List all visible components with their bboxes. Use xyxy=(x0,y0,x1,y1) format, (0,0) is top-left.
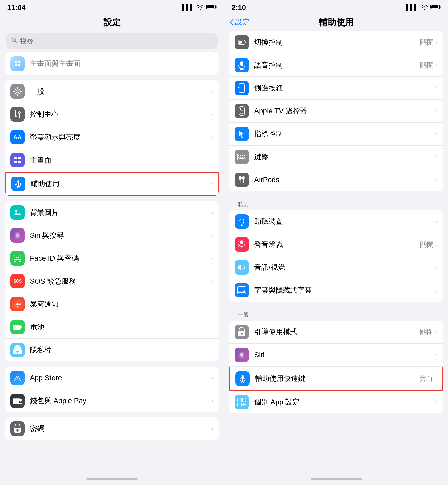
wallpaper-chevron: › xyxy=(211,209,213,216)
svg-rect-59 xyxy=(431,5,438,8)
item-sos[interactable]: SOS SOS 緊急服務 › xyxy=(5,270,219,293)
per-app-icon xyxy=(235,395,249,409)
item-sound-recognition[interactable]: 聲音辨識 關閉 › xyxy=(229,233,443,256)
hearing-device-icon xyxy=(235,214,249,229)
item-guided-access[interactable]: 引導使用模式 關閉 › xyxy=(229,321,443,344)
sound-recognition-chevron: › xyxy=(436,241,438,248)
display-chevron: › xyxy=(211,134,213,141)
password-chevron: › xyxy=(211,425,213,432)
item-control[interactable]: 控制中心 › xyxy=(5,103,219,126)
section-general-header: 一般 xyxy=(229,307,443,321)
settings-group-4: 密碼 › xyxy=(5,417,219,440)
item-audio-visual[interactable]: 音訊/視覺 › xyxy=(229,256,443,279)
pointer-chevron: › xyxy=(436,130,438,138)
scroll-top-item[interactable]: 主畫面與主畫面 › xyxy=(5,52,219,75)
item-airpods[interactable]: AirPods › xyxy=(229,168,443,191)
item-yiban[interactable]: 一般 › xyxy=(5,80,219,103)
item-faceid[interactable]: Face ID 與密碼 › xyxy=(5,247,219,270)
right-signal-icon: ▌▌▌ xyxy=(406,4,418,11)
appstore-chevron: › xyxy=(211,374,213,381)
svg-rect-40 xyxy=(19,260,21,262)
svg-rect-6 xyxy=(18,61,20,63)
svg-rect-8 xyxy=(18,64,20,66)
sound-recognition-icon xyxy=(235,237,249,252)
svg-line-112 xyxy=(243,381,244,383)
password-label: 密碼 xyxy=(30,424,211,433)
appstore-icon xyxy=(10,371,25,385)
item-exposure[interactable]: 暴露通知 › xyxy=(5,293,219,316)
svg-rect-62 xyxy=(240,61,243,66)
item-accessibility-shortcut[interactable]: 輔助使用快速鍵 旁白 › xyxy=(229,367,443,391)
svg-point-49 xyxy=(16,351,19,353)
voice-control-value: 關閉 xyxy=(420,61,434,70)
homescreen-label: 主畫面 xyxy=(30,155,211,165)
right-status-time: 2:10 xyxy=(231,4,246,12)
voice-control-icon xyxy=(235,58,249,72)
svg-rect-79 xyxy=(240,157,241,158)
audio-visual-chevron: › xyxy=(436,264,438,271)
appletv-label: Apple TV 遙控器 xyxy=(254,106,436,116)
item-hearing-device[interactable]: 助聽裝置 › xyxy=(229,210,443,233)
hearing-device-chevron: › xyxy=(436,218,438,225)
item-wallpaper[interactable]: 背景圖片 › xyxy=(5,201,219,224)
per-app-chevron: › xyxy=(436,398,438,406)
svg-rect-46 xyxy=(21,326,22,328)
sos-icon: SOS xyxy=(10,274,25,288)
item-side-button[interactable]: 側邊按鈕 › xyxy=(229,77,443,100)
svg-rect-87 xyxy=(240,240,243,244)
item-accessibility[interactable]: 輔助使用 › xyxy=(5,172,219,196)
subtitles-chevron: › xyxy=(436,287,438,294)
keyboard-icon xyxy=(235,150,249,164)
keyboard-label: 鍵盤 xyxy=(254,152,436,162)
accessibility-chevron: › xyxy=(211,180,213,188)
item-privacy[interactable]: 隱私權 › xyxy=(5,339,219,361)
svg-line-95 xyxy=(244,246,245,246)
sound-recognition-label: 聲音辨識 xyxy=(254,240,420,249)
item-appstore[interactable]: App Store › xyxy=(5,367,219,389)
audio-visual-label: 音訊/視覺 xyxy=(254,262,436,272)
item-siri-right[interactable]: Siri › xyxy=(229,344,443,367)
section-hearing-header: 聽力 xyxy=(229,196,443,210)
homescreen-chevron: › xyxy=(211,157,213,164)
left-settings-scroll[interactable]: 主畫面與主畫面 › 一般 › 控制中心 › xyxy=(0,52,224,475)
svg-rect-5 xyxy=(15,61,17,63)
item-homescreen[interactable]: 主畫面 › xyxy=(5,149,219,172)
pointer-icon xyxy=(235,127,249,141)
left-status-icons: ▌▌▌ xyxy=(182,4,217,11)
accessibility-shortcut-label: 輔助使用快速鍵 xyxy=(255,374,419,384)
search-input[interactable] xyxy=(20,37,212,45)
item-wallet[interactable]: 錢包與 Apple Pay › xyxy=(5,389,219,412)
back-button[interactable]: 設定 xyxy=(229,17,249,27)
item-appletv[interactable]: Apple TV 遙控器 › xyxy=(229,100,443,123)
svg-rect-82 xyxy=(239,158,245,159)
search-bar[interactable] xyxy=(6,33,218,49)
siri-right-icon xyxy=(235,348,249,362)
item-pointer[interactable]: 指標控制 › xyxy=(229,123,443,146)
svg-point-33 xyxy=(15,210,17,212)
item-per-app[interactable]: 個別 App 設定 › xyxy=(229,391,443,413)
item-password[interactable]: 密碼 › xyxy=(5,417,219,440)
item-keyboard[interactable]: 鍵盤 › xyxy=(229,146,443,168)
voice-control-chevron: › xyxy=(436,62,438,69)
back-label: 設定 xyxy=(235,17,249,27)
scroll-top-chevron: › xyxy=(211,60,213,67)
subtitles-label: 字幕與隱藏式字幕 xyxy=(254,285,436,295)
item-siri[interactable]: Siri 與搜尋 › xyxy=(5,224,219,247)
shortcut-wrap: 輔助使用快速鍵 旁白 › 2 xyxy=(229,367,443,391)
svg-point-9 xyxy=(16,90,19,93)
wallpaper-label: 背景圖片 xyxy=(30,208,211,217)
right-settings-scroll[interactable]: 切換控制 關閉 › 語音控制 關閉 › 側邊按鈕 › xyxy=(224,31,448,475)
svg-point-42 xyxy=(16,303,19,305)
faceid-chevron: › xyxy=(211,255,213,262)
item-battery[interactable]: 電池 › xyxy=(5,316,219,339)
left-status-time: 11:04 xyxy=(7,4,26,12)
battery-icon-item xyxy=(10,320,25,334)
wallpaper-icon xyxy=(10,205,25,220)
svg-point-83 xyxy=(239,176,242,180)
svg-rect-51 xyxy=(13,398,20,401)
battery-chevron: › xyxy=(211,324,213,331)
item-voice-control[interactable]: 語音控制 關閉 › xyxy=(229,54,443,77)
item-display[interactable]: AA 螢幕顯示與亮度 › xyxy=(5,126,219,149)
item-switch-control[interactable]: 切換控制 關閉 › xyxy=(229,31,443,54)
item-subtitles[interactable]: 字幕與隱藏式字幕 › xyxy=(229,279,443,302)
